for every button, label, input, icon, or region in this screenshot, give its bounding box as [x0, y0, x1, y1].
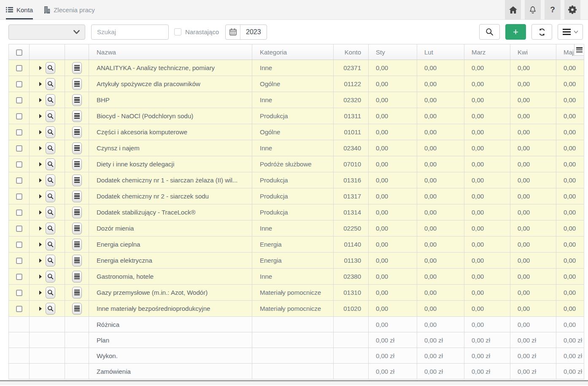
row-zoom-button[interactable]	[46, 287, 55, 299]
help-button[interactable]: ?	[545, 0, 561, 19]
header-lut[interactable]: Lut	[417, 44, 464, 60]
row-value-sty: 0,00	[369, 269, 417, 285]
row-checkbox[interactable]	[16, 97, 22, 103]
table-row: Dozór mienia Inne 02250 0,00 0,00 0,00 0…	[9, 220, 584, 236]
row-zoom-button[interactable]	[46, 223, 55, 234]
row-details-button[interactable]	[72, 271, 82, 283]
row-checkbox[interactable]	[16, 193, 22, 200]
row-value-marz: 0,00	[464, 172, 510, 188]
row-checkbox[interactable]	[16, 274, 22, 280]
row-checkbox[interactable]	[16, 81, 22, 87]
row-checkbox[interactable]	[16, 306, 22, 312]
expand-row-icon[interactable]	[39, 82, 42, 86]
row-checkbox[interactable]	[16, 258, 22, 264]
row-details-button[interactable]	[72, 287, 82, 299]
calendar-button[interactable]	[226, 25, 240, 39]
row-details-button[interactable]	[72, 126, 82, 138]
expand-row-icon[interactable]	[39, 258, 42, 263]
table-footer: Różnica 0,00 0,00 0,00 0,00 0,00 Plan 0,…	[9, 317, 584, 379]
expand-row-icon[interactable]	[39, 178, 42, 182]
row-details-button[interactable]	[72, 239, 82, 250]
row-zoom-button[interactable]	[46, 110, 55, 122]
row-checkbox[interactable]	[16, 65, 22, 71]
row-zoom-button[interactable]	[46, 62, 55, 74]
row-checkbox[interactable]	[16, 161, 22, 168]
expand-row-icon[interactable]	[39, 130, 42, 134]
row-checkbox[interactable]	[16, 209, 22, 216]
row-zoom-button[interactable]	[46, 255, 55, 266]
refresh-button[interactable]	[531, 24, 552, 40]
expand-row-icon[interactable]	[39, 66, 42, 70]
row-details-button[interactable]	[72, 158, 82, 170]
row-checkbox[interactable]	[16, 113, 22, 120]
row-details-button[interactable]	[72, 78, 82, 90]
row-details-button[interactable]	[72, 303, 82, 315]
row-details-button[interactable]	[72, 223, 82, 234]
row-details-button[interactable]	[72, 255, 82, 266]
row-zoom-button[interactable]	[46, 94, 55, 106]
header-marz[interactable]: Marz	[464, 44, 510, 60]
row-details-button[interactable]	[72, 190, 82, 202]
expand-row-icon[interactable]	[39, 194, 42, 198]
row-zoom-button[interactable]	[46, 303, 55, 315]
settings-button[interactable]	[564, 0, 580, 19]
column-settings-button[interactable]	[574, 44, 584, 56]
tab-konta[interactable]: Konta	[6, 0, 33, 19]
header-kwi[interactable]: Kwi	[510, 44, 556, 60]
row-zoom-button[interactable]	[46, 190, 55, 202]
row-value-sty: 0,00	[369, 220, 417, 236]
year-picker[interactable]: 2023	[225, 24, 267, 40]
search-input[interactable]	[91, 24, 169, 40]
row-checkbox[interactable]	[16, 129, 22, 136]
year-value[interactable]: 2023	[240, 25, 267, 39]
row-zoom-button[interactable]	[46, 207, 55, 218]
row-details-button[interactable]	[72, 207, 82, 218]
expand-row-icon[interactable]	[39, 162, 42, 166]
summary-label: Zamówienia	[89, 364, 252, 379]
row-name: Diety i inne koszty delegacji	[89, 156, 252, 172]
row-checkbox[interactable]	[16, 290, 22, 296]
row-zoom-button[interactable]	[46, 174, 55, 186]
row-details-button[interactable]	[72, 62, 82, 74]
row-details-button[interactable]	[72, 94, 82, 106]
expand-row-icon[interactable]	[39, 307, 42, 311]
row-checkbox[interactable]	[16, 242, 22, 248]
search-button[interactable]	[479, 24, 500, 40]
select-all-checkbox[interactable]	[16, 49, 22, 56]
tab-zlecenia-pracy[interactable]: Zlecenia pracy	[44, 0, 95, 19]
row-checkbox[interactable]	[16, 226, 22, 232]
row-details-button[interactable]	[72, 110, 82, 122]
filter-select[interactable]	[8, 24, 85, 40]
row-checkbox[interactable]	[16, 177, 22, 184]
expand-row-icon[interactable]	[39, 146, 42, 150]
row-value-lut: 0,00	[417, 204, 464, 220]
menu-button[interactable]	[558, 24, 583, 40]
list-icon	[74, 258, 80, 263]
header-nazwa[interactable]: Nazwa	[89, 44, 252, 60]
expand-row-icon[interactable]	[39, 98, 42, 102]
header-konto[interactable]: Konto	[334, 44, 369, 60]
add-button[interactable]: +	[505, 24, 526, 40]
row-zoom-button[interactable]	[46, 271, 55, 283]
expand-row-icon[interactable]	[39, 210, 42, 215]
row-details-button[interactable]	[72, 142, 82, 154]
expand-row-icon[interactable]	[39, 226, 42, 231]
header-sty[interactable]: Sty	[369, 44, 417, 60]
expand-row-icon[interactable]	[39, 291, 42, 295]
row-zoom-button[interactable]	[46, 78, 55, 90]
expand-row-icon[interactable]	[39, 275, 42, 279]
row-zoom-button[interactable]	[46, 158, 55, 170]
notifications-button[interactable]	[525, 0, 541, 19]
row-checkbox[interactable]	[16, 145, 22, 152]
row-zoom-button[interactable]	[46, 142, 55, 154]
home-button[interactable]	[505, 0, 521, 19]
row-zoom-button[interactable]	[46, 239, 55, 250]
expand-row-icon[interactable]	[39, 114, 42, 118]
row-value-maj: 0,00	[556, 108, 584, 124]
expand-row-icon[interactable]	[39, 242, 42, 247]
header-kategoria[interactable]: Kategoria	[252, 44, 334, 60]
narastajaco-checkbox[interactable]	[174, 28, 181, 35]
header-actions-column	[65, 44, 89, 60]
row-zoom-button[interactable]	[46, 126, 55, 138]
row-details-button[interactable]	[72, 174, 82, 186]
